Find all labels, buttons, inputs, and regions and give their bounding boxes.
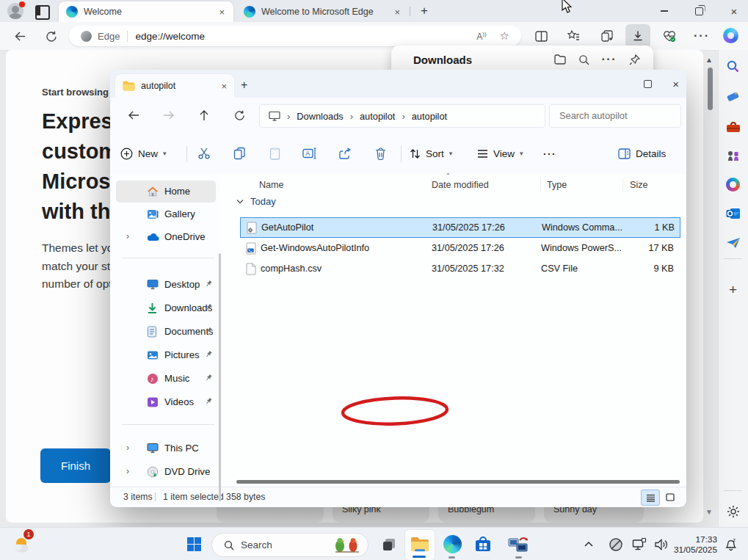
nav-pane-scrollbar[interactable]: [219, 253, 221, 501]
explorer-close-button[interactable]: ×: [672, 78, 679, 90]
sidebar-shopping-icon[interactable]: [718, 84, 748, 109]
split-screen-icon[interactable]: [530, 25, 552, 47]
address-bar[interactable]: Edge edge://welcome A)) ☆: [69, 26, 521, 46]
nav-item-documents[interactable]: Documents: [116, 321, 216, 343]
column-date-modified[interactable]: Date modified: [432, 178, 541, 192]
page-scrollbar-thumb[interactable]: [708, 68, 713, 110]
taskbar-remote-tool-button[interactable]: [505, 528, 533, 560]
explorer-refresh-icon[interactable]: [229, 105, 250, 126]
collections-icon[interactable]: [562, 25, 584, 47]
open-downloads-folder-icon[interactable]: [554, 54, 566, 65]
tab-actions-icon[interactable]: [596, 25, 618, 47]
explorer-forward-icon[interactable]: [159, 105, 179, 126]
sidebar-customize-icon[interactable]: +: [718, 277, 748, 302]
explorer-new-tab-button[interactable]: +: [241, 79, 247, 92]
view-button[interactable]: View ▾: [477, 142, 523, 165]
taskbar-search-box[interactable]: Search: [211, 533, 368, 557]
sidebar-outlook-icon[interactable]: [718, 201, 748, 226]
copy-button[interactable]: [227, 142, 252, 165]
sidebar-drop-icon[interactable]: [718, 230, 748, 255]
nav-item-music[interactable]: ♪ Music: [116, 368, 216, 390]
breadcrumb-autopilot[interactable]: autopilot: [360, 111, 395, 122]
expand-chevron-icon[interactable]: ›: [126, 466, 129, 476]
nav-item-dvd-drive[interactable]: › DVD Drive (D:) C: [116, 461, 216, 483]
expand-chevron-icon[interactable]: ›: [126, 443, 129, 453]
page-scroll-down-arrow[interactable]: ▼: [705, 508, 713, 516]
nav-item-desktop[interactable]: Desktop: [116, 274, 216, 296]
nav-item-gallery[interactable]: Gallery: [116, 203, 216, 225]
downloads-more-icon[interactable]: ···: [602, 53, 617, 66]
nav-item-videos[interactable]: Videos: [116, 391, 216, 413]
explorer-search-input[interactable]: [558, 109, 678, 122]
file-row-comphash-csv[interactable]: compHash.csv 31/05/2025 17:32 CSV File 9…: [240, 258, 679, 279]
favorite-star-icon[interactable]: ☆: [500, 29, 509, 43]
breadcrumb-downloads[interactable]: Downloads: [297, 111, 343, 122]
finish-button[interactable]: Finish: [40, 448, 111, 483]
tab-close-icon[interactable]: ×: [217, 7, 226, 18]
sidebar-microsoft365-icon[interactable]: [718, 172, 748, 197]
browser-essentials-icon[interactable]: [658, 25, 680, 47]
browser-tab-welcome[interactable]: Welcome ×: [59, 1, 233, 22]
thumbnail-view-button[interactable]: [661, 490, 679, 504]
delete-button[interactable]: [368, 142, 393, 165]
edge-restore-button[interactable]: [686, 0, 711, 22]
tab-close-icon[interactable]: ×: [393, 7, 402, 18]
workspaces-icon[interactable]: [35, 5, 50, 20]
new-button[interactable]: New ▾: [120, 142, 167, 165]
explorer-tab[interactable]: autopilot ×: [115, 74, 234, 98]
taskbar-edge-button[interactable]: [439, 528, 465, 560]
edge-close-button[interactable]: ×: [722, 0, 747, 22]
pin-flyout-icon[interactable]: [629, 54, 640, 65]
nav-item-pictures[interactable]: Pictures: [116, 344, 216, 366]
share-button[interactable]: [333, 142, 357, 165]
url-text[interactable]: edge://welcome: [135, 31, 205, 42]
page-scroll-up-arrow[interactable]: ▲: [705, 56, 713, 64]
tray-dnd-icon[interactable]: [605, 528, 627, 560]
more-commands-button[interactable]: ···: [543, 142, 556, 165]
expand-chevron-icon[interactable]: ›: [126, 231, 129, 241]
new-tab-button[interactable]: +: [415, 2, 433, 20]
sidebar-settings-gear-icon[interactable]: [718, 499, 748, 524]
sort-button[interactable]: Sort ▾: [410, 142, 452, 165]
widgets-button[interactable]: 1: [6, 528, 40, 560]
explorer-up-icon[interactable]: [194, 105, 214, 126]
column-name[interactable]: Name: [240, 178, 432, 192]
sidebar-tools-icon[interactable]: [718, 114, 748, 139]
nav-item-this-pc[interactable]: › This PC: [116, 437, 216, 459]
back-button[interactable]: [9, 26, 31, 46]
breadcrumb-autopilot-2[interactable]: autopilot: [412, 111, 447, 122]
taskbar-store-button[interactable]: [470, 528, 496, 560]
cut-button[interactable]: [192, 142, 217, 165]
downloads-icon[interactable]: [627, 25, 649, 47]
sidebar-search-icon[interactable]: [718, 54, 748, 79]
explorer-back-icon[interactable]: [123, 105, 144, 126]
sort-direction-chevron[interactable]: ⌃: [446, 172, 451, 179]
tray-clock[interactable]: 17:33 31/05/2025: [664, 528, 717, 560]
breadcrumb-bar[interactable]: › Downloads › autopilot › autopilot: [259, 104, 545, 128]
details-view-button[interactable]: [641, 490, 660, 506]
nav-item-downloads[interactable]: Downloads: [116, 297, 216, 319]
nav-item-home[interactable]: Home: [116, 181, 216, 203]
start-button[interactable]: [181, 528, 207, 560]
settings-more-icon[interactable]: ···: [691, 25, 713, 47]
tray-network-icon[interactable]: [628, 528, 650, 560]
explorer-search-box[interactable]: [549, 104, 681, 128]
refresh-button[interactable]: [40, 26, 62, 46]
rename-button[interactable]: A: [297, 142, 322, 165]
task-view-button[interactable]: [376, 528, 402, 560]
explorer-tab-close-icon[interactable]: ×: [219, 81, 228, 92]
group-header-today[interactable]: Today: [236, 196, 276, 207]
explorer-maximize-button[interactable]: [644, 80, 652, 88]
horizontal-scrollbar[interactable]: [236, 480, 680, 484]
read-aloud-icon[interactable]: A)): [476, 31, 486, 42]
tray-notification-bell[interactable]: z: [719, 528, 741, 560]
file-row-get-windowsautopilotinfo[interactable]: Get-WindowsAutoPilotInfo 31/05/2025 17:2…: [240, 238, 679, 258]
column-size[interactable]: Size: [623, 178, 679, 192]
search-downloads-icon[interactable]: [578, 54, 589, 65]
sidebar-games-icon[interactable]: [718, 143, 748, 168]
tray-show-hidden-icons[interactable]: [578, 528, 599, 560]
details-button[interactable]: Details: [618, 142, 666, 165]
taskbar-file-explorer-button[interactable]: [404, 529, 435, 560]
browser-tab-welcome-to-edge[interactable]: Welcome to Microsoft Edge ×: [236, 1, 409, 22]
copilot-icon[interactable]: [723, 28, 738, 43]
